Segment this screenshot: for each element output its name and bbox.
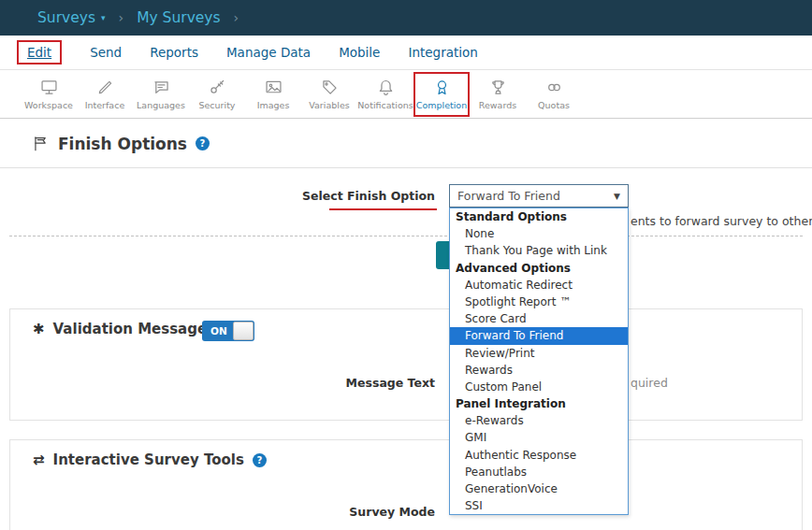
- dropdown-group-panel-integration: Panel Integration: [450, 395, 628, 412]
- finish-option-select[interactable]: Forward To Friend ▼: [449, 184, 629, 208]
- toolbar-item-label: Notifications: [357, 100, 413, 110]
- dropdown-group-standard-options: Standard Options: [450, 208, 628, 225]
- toolbar-item-notifications[interactable]: Notifications: [357, 72, 413, 117]
- dropdown-option-thank-you-page[interactable]: Thank You Page with Link: [450, 242, 628, 259]
- page-header: Finish Options ?: [0, 120, 812, 168]
- breadcrumb-surveys-label: Surveys: [37, 9, 95, 26]
- rewards-icon: [488, 78, 508, 97]
- tab-mobile[interactable]: Mobile: [339, 45, 380, 60]
- toolbar-item-languages[interactable]: Languages: [133, 72, 189, 117]
- swap-arrows-icon: ⇄: [33, 451, 45, 468]
- tab-edit[interactable]: Edit: [17, 40, 62, 64]
- toolbar-item-variables[interactable]: Variables: [301, 72, 357, 117]
- toolbar-item-label: Images: [257, 100, 290, 110]
- interactive-survey-tools-title-row: ⇄ Interactive Survey Tools ?: [33, 451, 267, 468]
- languages-icon: [152, 78, 171, 97]
- edit-toolbar: Workspace Interface Languages Security I…: [0, 70, 812, 119]
- tab-integration[interactable]: Integration: [408, 45, 477, 60]
- annotation-underline: [329, 208, 437, 210]
- toolbar-item-label: Workspace: [24, 100, 73, 110]
- finish-option-description-text: ents to forward survey to others.: [631, 214, 812, 228]
- toolbar-item-workspace[interactable]: Workspace: [21, 72, 77, 117]
- dropdown-option-spotlight-report[interactable]: Spotlight Report ™: [450, 294, 628, 310]
- toolbar-item-label: Quotas: [538, 100, 570, 110]
- security-icon: [208, 78, 227, 97]
- help-icon[interactable]: ?: [196, 136, 210, 150]
- dropdown-option-rewards[interactable]: Rewards: [450, 362, 628, 379]
- toolbar-item-label: Security: [198, 100, 235, 110]
- validation-message-title-row: ✱ Validation Message: [33, 321, 207, 337]
- toolbar-item-images[interactable]: Images: [245, 72, 301, 117]
- page-title: Finish Options: [58, 135, 187, 153]
- completion-icon: [432, 78, 452, 97]
- primary-tabs: Edit Send Reports Manage Data Mobile Int…: [0, 36, 812, 70]
- help-icon[interactable]: ?: [253, 453, 267, 467]
- finish-option-description: ents to forward survey to others. ?: [631, 214, 812, 228]
- interactive-survey-tools-title: Interactive Survey Tools: [53, 451, 244, 468]
- dropdown-option-none[interactable]: None: [450, 225, 628, 242]
- dropdown-option-automatic-redirect[interactable]: Automatic Redirect: [450, 277, 628, 294]
- quotas-icon: [544, 78, 564, 97]
- notifications-icon: [376, 78, 396, 97]
- breadcrumb-surveys[interactable]: Surveys ▾: [37, 9, 106, 26]
- variables-icon: [320, 78, 340, 97]
- breadcrumb-my-surveys[interactable]: My Surveys: [137, 9, 220, 26]
- flag-icon: [32, 135, 50, 152]
- toggle-on-label: ON: [210, 325, 227, 337]
- validation-message-section: ✱ Validation Message ON: [9, 308, 803, 421]
- breadcrumb-separator-icon: ›: [119, 10, 124, 25]
- toolbar-item-interface[interactable]: Interface: [77, 72, 133, 117]
- breadcrumb-my-surveys-label: My Surveys: [137, 9, 220, 26]
- dropdown-option-score-card[interactable]: Score Card: [450, 310, 628, 327]
- toolbar-item-label: Rewards: [479, 100, 516, 110]
- dropdown-option-authentic-response[interactable]: Authentic Response: [450, 447, 628, 464]
- dropdown-group-advanced-options: Advanced Options: [450, 260, 628, 277]
- dropdown-option-gmi[interactable]: GMI: [450, 429, 628, 446]
- workspace-icon: [39, 78, 59, 97]
- survey-mode-label: Survey Mode: [225, 505, 435, 519]
- toolbar-item-label: Variables: [309, 100, 349, 110]
- dropdown-option-peanutlabs[interactable]: Peanutlabs: [450, 464, 628, 480]
- interface-icon: [95, 78, 115, 97]
- chevron-down-icon: ▾: [101, 13, 106, 22]
- validation-message-toggle[interactable]: ON: [202, 321, 254, 341]
- dropdown-option-forward-to-friend[interactable]: Forward To Friend: [450, 327, 628, 344]
- toolbar-item-label: Completion: [416, 100, 467, 110]
- finish-option-dropdown-list: Standard Options None Thank You Page wit…: [449, 208, 629, 515]
- select-finish-option-label: Select Finish Option: [225, 189, 435, 203]
- images-icon: [264, 78, 283, 97]
- finish-option-selected-value: Forward To Friend: [457, 189, 560, 203]
- toolbar-item-completion[interactable]: Completion: [413, 72, 470, 117]
- dropdown-option-review-print[interactable]: Review/Print: [450, 345, 628, 362]
- asterisk-icon: ✱: [33, 321, 45, 337]
- tab-manage-data[interactable]: Manage Data: [226, 45, 311, 60]
- top-navigation-bar: Surveys ▾ › My Surveys ›: [0, 0, 812, 36]
- message-text-label: Message Text: [225, 376, 435, 390]
- dropdown-option-generationvoice[interactable]: GenerationVoice: [450, 480, 628, 497]
- toolbar-item-label: Interface: [85, 100, 125, 110]
- toolbar-item-quotas[interactable]: Quotas: [526, 72, 582, 117]
- toolbar-item-security[interactable]: Security: [189, 72, 245, 117]
- select-caret-icon: ▼: [614, 192, 620, 201]
- toggle-knob[interactable]: [233, 322, 254, 340]
- tab-reports[interactable]: Reports: [150, 45, 198, 60]
- dashed-divider: [9, 236, 803, 236]
- dropdown-option-ssi[interactable]: SSI: [450, 497, 628, 514]
- dropdown-option-e-rewards[interactable]: e-Rewards: [450, 412, 628, 429]
- tab-send[interactable]: Send: [90, 45, 122, 60]
- validation-message-title: Validation Message: [53, 321, 208, 337]
- message-text-value-partial[interactable]: quired: [631, 376, 668, 390]
- toolbar-item-label: Languages: [137, 100, 185, 110]
- dropdown-option-custom-panel[interactable]: Custom Panel: [450, 379, 628, 395]
- toolbar-item-rewards[interactable]: Rewards: [470, 72, 526, 117]
- breadcrumb-separator-icon: ›: [234, 10, 239, 25]
